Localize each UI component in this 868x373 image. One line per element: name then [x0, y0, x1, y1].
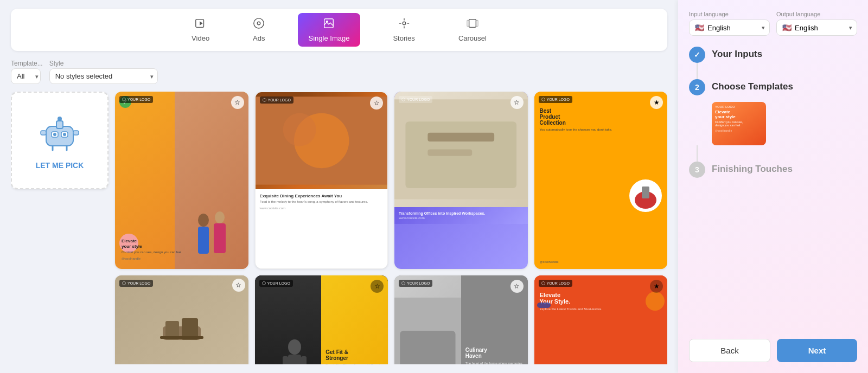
- star-badge-2: ☆: [370, 97, 383, 110]
- right-panel: Input language 🇺🇸 English Output languag…: [678, 0, 868, 373]
- carousel-icon: [467, 17, 478, 32]
- right-panel-content: Input language 🇺🇸 English Output languag…: [689, 11, 857, 362]
- template-card-culinary[interactable]: ☆ YOUR LOGO CulinaryHaven The h: [394, 275, 528, 364]
- svg-rect-11: [469, 20, 476, 28]
- tab-video[interactable]: Video: [181, 13, 220, 47]
- svg-rect-34: [427, 133, 494, 142]
- step-connector-1: [697, 63, 698, 79]
- template-dining-inner: ☆ YOUR LOGO Exquisite Dining Experienc: [256, 92, 388, 268]
- template-card-dining[interactable]: ☆ YOUR LOGO Exquisite Dining Experienc: [255, 92, 388, 269]
- svg-rect-35: [427, 149, 472, 156]
- template-card-fitness[interactable]: ☆ YOUR LOGO: [255, 275, 388, 364]
- svg-rect-14: [46, 126, 73, 146]
- template-select[interactable]: All: [11, 68, 41, 84]
- input-language-value: English: [707, 24, 731, 32]
- logo-badge-7: YOUR LOGO: [399, 280, 432, 287]
- svg-rect-22: [73, 131, 79, 135]
- step-2: 2 Choose Templates: [689, 79, 857, 95]
- style-filter-wrapper[interactable]: No styles selected: [49, 68, 158, 84]
- template-card-product[interactable]: ★ YOUR LOGO BestProductCollection You au…: [534, 92, 668, 269]
- output-language-value: English: [795, 24, 818, 32]
- next-button[interactable]: Next: [777, 339, 857, 362]
- template-office-inner: ☆ YOUR LOGO Transforming Off: [394, 92, 528, 269]
- logo-badge-5: YOUR LOGO: [119, 280, 153, 287]
- star-badge-7: ☆: [510, 280, 524, 293]
- logo-badge-2: YOUR LOGO: [260, 97, 293, 104]
- svg-point-3: [258, 22, 261, 25]
- template-culinary-inner: ☆ YOUR LOGO CulinaryHaven The h: [394, 275, 528, 364]
- svg-point-20: [58, 117, 62, 121]
- step-3-label: Finishing Touches: [712, 162, 793, 175]
- star-badge-5: ☆: [232, 279, 245, 292]
- tab-ads[interactable]: Ads: [242, 13, 276, 47]
- video-icon: [195, 17, 207, 32]
- template-card-luxliving[interactable]: ☆ YOUR LOGO LuxuriousLivingS: [115, 275, 248, 364]
- template-grid: LET ME PICK ✓ ☆ YOUR LOGO: [11, 92, 667, 364]
- tab-single-image[interactable]: Single Image: [298, 13, 361, 47]
- step-1: ✓ Your Inputs: [689, 47, 857, 63]
- output-language-group: Output language 🇺🇸 English: [776, 11, 857, 36]
- steps-list: ✓ Your Inputs 2 Choose Templates YOUR LO…: [689, 47, 857, 328]
- language-selectors: Input language 🇺🇸 English Output languag…: [689, 11, 857, 36]
- style-select[interactable]: No styles selected: [49, 68, 158, 84]
- template-filter-label: Template...: [11, 60, 43, 67]
- input-language-label: Input language: [689, 11, 770, 17]
- step-2-label: Choose Templates: [712, 79, 793, 92]
- step-3: 3 Finishing Touches: [689, 162, 857, 178]
- logo-badge-4: YOUR LOGO: [539, 96, 572, 103]
- star-badge-4: ★: [650, 96, 663, 109]
- ads-icon: [253, 17, 265, 32]
- svg-rect-13: [476, 21, 478, 27]
- tab-carousel[interactable]: Carousel: [448, 13, 497, 47]
- input-language-group: Input language 🇺🇸 English: [689, 11, 770, 36]
- template-card-elevate-orange[interactable]: ✓ ☆ YOUR LOGO: [115, 92, 248, 269]
- logo-badge-8: YOUR LOGO: [539, 280, 572, 287]
- single-image-icon: [323, 17, 335, 32]
- svg-point-25: [198, 214, 209, 227]
- star-badge-3: ☆: [510, 96, 524, 109]
- template-card-office[interactable]: ☆ YOUR LOGO Transforming Off: [394, 92, 528, 269]
- svg-rect-44: [283, 356, 288, 364]
- output-flag: 🇺🇸: [782, 23, 792, 32]
- svg-marker-1: [200, 21, 203, 25]
- stories-icon: [398, 17, 410, 32]
- filters: Template... All Style No styles selected: [11, 60, 667, 84]
- tab-single-image-label: Single Image: [309, 34, 350, 42]
- template-product-inner: ★ YOUR LOGO BestProductCollection You au…: [534, 92, 668, 269]
- template-card-elevate-red[interactable]: ★ YOUR LOGO ElevateYour Style. Explore t…: [534, 275, 668, 364]
- input-language-select[interactable]: 🇺🇸 English: [689, 20, 770, 36]
- svg-point-5: [327, 21, 328, 22]
- svg-rect-43: [288, 355, 301, 364]
- step-1-circle: ✓: [689, 47, 705, 63]
- svg-rect-45: [301, 356, 307, 364]
- template-elevate-red-inner: ★ YOUR LOGO ElevateYour Style. Explore t…: [534, 275, 668, 364]
- robot-illustration: [38, 111, 81, 157]
- logo-badge-3: YOUR LOGO: [399, 96, 432, 103]
- template-filter-wrapper[interactable]: All: [11, 68, 43, 84]
- star-badge-1: ☆: [231, 96, 244, 109]
- svg-point-18: [63, 133, 66, 136]
- step-2-circle: 2: [689, 79, 705, 95]
- preview-thumbnail: YOUR LOGO Elevateyour style Comfort you …: [712, 102, 766, 145]
- tab-carousel-label: Carousel: [458, 34, 487, 42]
- svg-point-27: [215, 211, 225, 223]
- step-connector-2: [697, 145, 698, 162]
- step-2-preview: YOUR LOGO Elevateyour style Comfort you …: [712, 102, 857, 145]
- let-me-pick-label: LET ME PICK: [36, 161, 84, 170]
- svg-rect-41: [160, 336, 203, 339]
- template-elevate-orange-inner: ✓ ☆ YOUR LOGO: [115, 92, 248, 269]
- svg-point-17: [53, 133, 56, 136]
- tab-stories-label: Stories: [393, 34, 414, 42]
- step-3-circle: 3: [689, 162, 705, 178]
- let-me-pick-card[interactable]: LET ME PICK: [11, 92, 108, 189]
- svg-rect-49: [400, 331, 455, 364]
- back-button[interactable]: Back: [689, 339, 770, 362]
- output-language-select[interactable]: 🇺🇸 English: [776, 20, 857, 36]
- template-luxliving-inner: ☆ YOUR LOGO LuxuriousLivingS: [115, 275, 248, 364]
- action-buttons: Back Next: [689, 328, 857, 362]
- output-language-label: Output language: [776, 11, 857, 17]
- tab-stories[interactable]: Stories: [382, 13, 425, 47]
- style-filter-label: Style: [49, 60, 158, 67]
- svg-point-6: [403, 22, 406, 25]
- template-filter-group: Template... All: [11, 60, 43, 84]
